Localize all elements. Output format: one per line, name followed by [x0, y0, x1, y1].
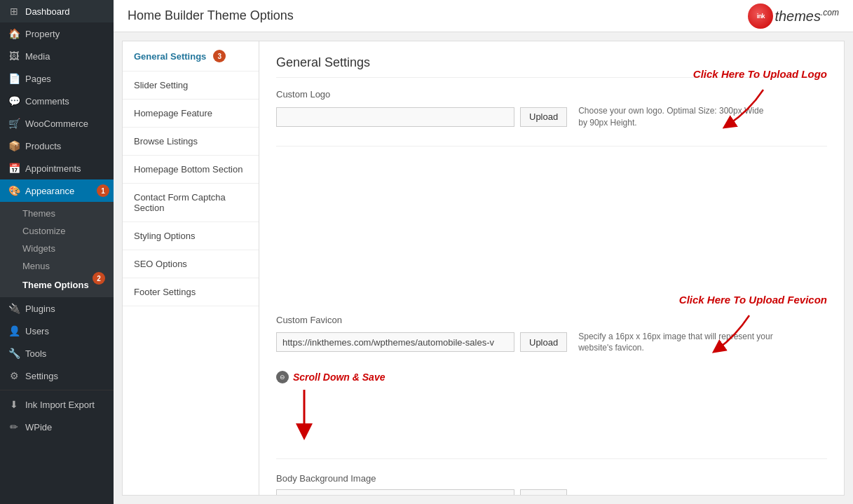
- scroll-icon: ⊖: [276, 371, 289, 383]
- appearance-submenu: Themes Customize Widgets Menus Theme Opt…: [0, 202, 114, 297]
- left-nav-item-label: Slider Setting: [134, 80, 188, 90]
- sidebar-item-label: Ink Import Export: [25, 400, 95, 410]
- body-background-image-row: Upload Select image to change your websi…: [276, 489, 827, 496]
- left-nav-item-label: Homepage Bottom Section: [134, 164, 243, 175]
- scroll-annotation: ⊖ Scroll Down & Save: [276, 371, 385, 383]
- left-nav-item-label: Footer Settings: [134, 287, 196, 297]
- left-nav-item-label: Styling Options: [134, 231, 195, 241]
- left-nav-contact-form-captcha[interactable]: Contact Form Captcha Section: [123, 184, 259, 222]
- theme-options-badge: 2: [93, 272, 105, 285]
- sidebar-item-label: Settings: [25, 371, 58, 381]
- page-title: Home Builder Theme Options: [128, 8, 294, 23]
- custom-favicon-row: Upload Specify a 16px x 16px image that …: [276, 331, 827, 355]
- appearance-badge: 1: [97, 184, 109, 197]
- sidebar-item-pages[interactable]: 📄 Pages: [0, 67, 114, 90]
- sidebar: ⊞ Dashboard 🏠 Property 🖼 Media 📄 Pages 💬…: [0, 0, 114, 504]
- settings-icon: ⚙: [8, 370, 20, 381]
- custom-favicon-input[interactable]: [276, 332, 514, 352]
- sidebar-item-woocommerce[interactable]: 🛒 WooCommerce: [0, 112, 114, 135]
- custom-favicon-hint: Specify a 16px x 16px image that will re…: [578, 331, 774, 355]
- custom-logo-hint: Choose your own logo. Optimal Size: 300p…: [578, 105, 774, 129]
- custom-logo-label: Custom Logo: [276, 89, 827, 100]
- submenu-themes[interactable]: Themes: [0, 205, 114, 222]
- sidebar-separator: [0, 390, 114, 390]
- body-background-image-hint: Select image to change your website back…: [578, 493, 762, 496]
- left-nav-homepage-feature[interactable]: Homepage Feature: [123, 100, 259, 128]
- left-nav-seo-options[interactable]: SEO Options: [123, 250, 259, 278]
- left-nav-styling-options[interactable]: Styling Options: [123, 222, 259, 250]
- left-nav-item-label: Contact Form Captcha Section: [134, 192, 226, 213]
- sidebar-item-comments[interactable]: 💬 Comments: [0, 90, 114, 112]
- custom-favicon-label: Custom Favicon: [276, 315, 827, 325]
- woocommerce-icon: 🛒: [8, 118, 20, 129]
- sidebar-item-settings[interactable]: ⚙ Settings: [0, 365, 114, 387]
- left-nav-slider-setting[interactable]: Slider Setting: [123, 71, 259, 100]
- sidebar-item-ink-import-export[interactable]: ⬇ Ink Import Export: [0, 393, 114, 416]
- inkthemes-logo: ink themes.com: [748, 4, 839, 29]
- sidebar-item-label: Media: [25, 51, 50, 62]
- body-background-image-label: Body Background Image: [276, 473, 827, 484]
- sidebar-item-users[interactable]: 👤 Users: [0, 320, 114, 342]
- sidebar-item-dashboard[interactable]: ⊞ Dashboard: [0, 0, 114, 22]
- sidebar-item-label: WPide: [25, 422, 52, 433]
- sidebar-item-wpide[interactable]: ✏ WPide: [0, 416, 114, 438]
- sidebar-item-label: Appearance: [25, 186, 74, 196]
- scroll-arrow: [290, 386, 827, 444]
- media-icon: 🖼: [8, 50, 20, 62]
- custom-favicon-field-group: Custom Favicon Upload Specify a 16px x 1…: [276, 315, 827, 355]
- right-panel: General Settings Click Here To Upload Lo…: [259, 41, 845, 496]
- submenu-theme-options[interactable]: Theme Options 2: [0, 275, 114, 294]
- sidebar-item-label: Products: [25, 141, 61, 151]
- sidebar-item-products[interactable]: 📦 Products: [0, 135, 114, 157]
- sidebar-item-tools[interactable]: 🔧 Tools: [0, 342, 114, 365]
- left-nav-item-label: General Settings: [134, 51, 206, 62]
- inkthemes-circle-logo: ink: [748, 4, 773, 29]
- sidebar-item-label: Users: [25, 326, 49, 336]
- left-nav-item-label: Browse Listings: [134, 136, 198, 147]
- custom-logo-field-group: Custom Logo Upload Choose your own logo.…: [276, 89, 827, 129]
- sidebar-item-label: Appointments: [25, 163, 81, 174]
- inkthemes-name: themes.com: [774, 8, 839, 25]
- dashboard-icon: ⊞: [8, 6, 20, 17]
- left-nav-browse-listings[interactable]: Browse Listings: [123, 128, 259, 156]
- submenu-widgets[interactable]: Widgets: [0, 240, 114, 257]
- sidebar-item-media[interactable]: 🖼 Media: [0, 45, 114, 67]
- custom-logo-row: Upload Choose your own logo. Optimal Siz…: [276, 105, 827, 129]
- custom-logo-upload-button[interactable]: Upload: [520, 107, 567, 127]
- sidebar-item-property[interactable]: 🏠 Property: [0, 22, 114, 45]
- left-nav-homepage-bottom-section[interactable]: Homepage Bottom Section: [123, 156, 259, 184]
- wpide-icon: ✏: [8, 421, 20, 433]
- sidebar-item-appearance[interactable]: 🎨 Appearance 1: [0, 179, 114, 202]
- body-background-image-upload-button[interactable]: Upload: [520, 489, 567, 496]
- tools-icon: 🔧: [8, 348, 20, 359]
- sidebar-item-label: Tools: [25, 348, 46, 359]
- main-content: Home Builder Theme Options ink themes.co…: [114, 0, 853, 504]
- property-icon: 🏠: [8, 28, 20, 39]
- custom-favicon-upload-button[interactable]: Upload: [520, 332, 567, 352]
- submenu-item-label: Theme Options: [22, 280, 89, 290]
- left-nav-footer-settings[interactable]: Footer Settings: [123, 278, 259, 306]
- spacer: [276, 161, 827, 315]
- left-nav-general-settings[interactable]: General Settings 3: [123, 41, 259, 71]
- appearance-icon: 🎨: [8, 185, 20, 196]
- sidebar-item-label: Plugins: [25, 304, 55, 314]
- sidebar-item-label: WooCommerce: [25, 118, 88, 129]
- body-background-image-input[interactable]: [276, 489, 514, 496]
- scroll-text: Scroll Down & Save: [293, 372, 385, 383]
- pages-icon: 📄: [8, 73, 20, 84]
- sidebar-item-plugins[interactable]: 🔌 Plugins: [0, 297, 114, 320]
- left-nav-item-label: Homepage Feature: [134, 108, 212, 118]
- custom-logo-input[interactable]: [276, 107, 514, 127]
- sidebar-item-label: Comments: [25, 96, 69, 107]
- sidebar-item-label: Dashboard: [25, 6, 70, 17]
- left-nav-item-label: SEO Options: [134, 259, 187, 269]
- users-icon: 👤: [8, 325, 20, 336]
- submenu-customize[interactable]: Customize: [0, 222, 114, 240]
- left-nav-panel: General Settings 3 Slider Setting Homepa…: [122, 41, 259, 496]
- ink-text: ink: [757, 13, 765, 20]
- separator-1: [276, 146, 827, 147]
- sidebar-item-appointments[interactable]: 📅 Appointments: [0, 157, 114, 179]
- body-background-image-field-group: Body Background Image Upload Select imag…: [276, 473, 827, 496]
- sidebar-item-label: Pages: [25, 74, 51, 84]
- ink-import-export-icon: ⬇: [8, 399, 20, 410]
